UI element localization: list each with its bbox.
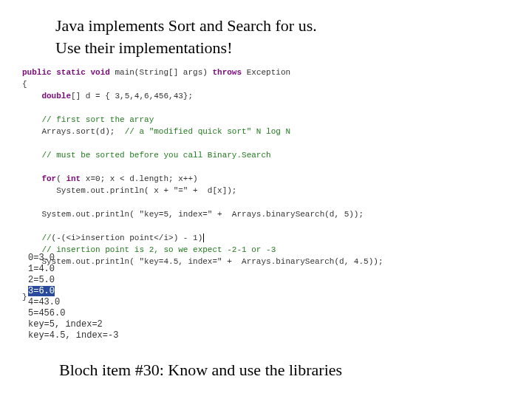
- output-line: key=4.5, index=-3: [28, 330, 118, 341]
- for-body: System.out.println( x + "=" + d[x]);: [22, 186, 236, 195]
- comment-slashes: //: [41, 233, 51, 242]
- output-line-selected: 3=6.0: [28, 286, 55, 296]
- output-line: 4=43.0: [28, 297, 60, 307]
- for-open: (: [56, 174, 66, 183]
- kw-static: static: [56, 68, 86, 77]
- kw-throws: throws: [212, 68, 242, 77]
- method-name: main(String[] args): [110, 68, 213, 77]
- brace-open: {: [22, 80, 27, 89]
- comment-sort: // a "modified quick sort" N log N: [125, 127, 290, 136]
- heading: Java implements Sort and Search for us. …: [55, 15, 317, 58]
- exception: Exception: [242, 68, 290, 77]
- binarysearch-1: System.out.println( "key=5, index=" + Ar…: [22, 210, 364, 219]
- decl-rest: [] d = { 3,5,4,6,456,43};: [71, 92, 193, 100]
- kw-public: public: [22, 68, 52, 77]
- output-line: key=5, index=2: [28, 319, 103, 330]
- kw-int: int: [66, 174, 81, 183]
- indent: [22, 233, 41, 242]
- kw-void: void: [90, 68, 109, 77]
- kw-double: double: [41, 92, 71, 100]
- heading-line-1: Java implements Sort and Search for us.: [55, 15, 317, 37]
- for-rest: x=0; x < d.length; x++): [81, 174, 197, 183]
- comment-formula: (-(<i>insertion point</i>) - 1): [52, 233, 203, 242]
- kw-for: for: [41, 174, 56, 183]
- footnote: Bloch item #30: Know and use the librari…: [59, 361, 342, 380]
- comment-first-sort: // first sort the array: [22, 115, 154, 124]
- brace-close: }: [22, 293, 27, 301]
- comment-must-sorted: // must be sorted before you call Binary…: [22, 151, 271, 160]
- output-line: 1=4.0: [28, 264, 55, 274]
- slide: Java implements Sort and Search for us. …: [0, 0, 532, 399]
- output-line: 0=3.0: [28, 253, 55, 263]
- heading-line-2: Use their implementations!: [55, 37, 317, 59]
- indent: [22, 92, 41, 100]
- text-caret: [203, 233, 204, 242]
- output-line: 5=456.0: [28, 308, 65, 318]
- sort-call: Arrays.sort(d);: [22, 127, 125, 136]
- indent: [22, 174, 41, 183]
- output-line: 2=5.0: [28, 275, 55, 285]
- program-output: 0=3.0 1=4.0 2=5.0 3=6.0 4=43.0 5=456.0 k…: [28, 253, 118, 341]
